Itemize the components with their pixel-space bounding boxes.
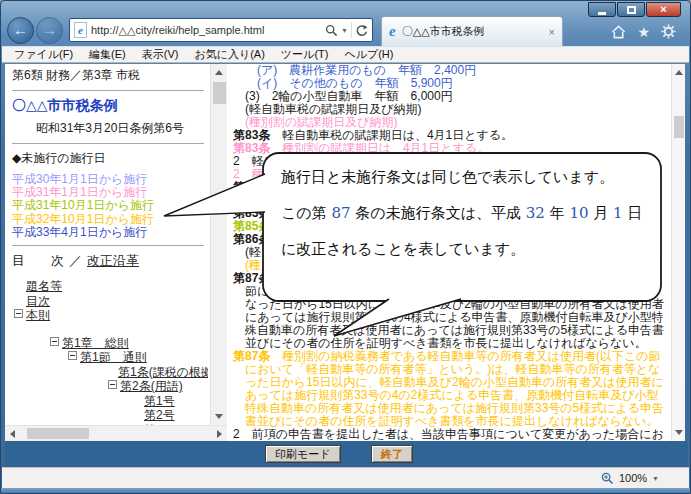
ordinance-title-link[interactable]: 〇△△市市税条例 bbox=[12, 97, 208, 115]
scroll-up-arrow[interactable] bbox=[215, 70, 223, 75]
maximize-button[interactable] bbox=[617, 2, 645, 17]
close-icon: × bbox=[660, 4, 666, 15]
scrollbar-thumb[interactable] bbox=[213, 82, 226, 104]
divider bbox=[12, 143, 204, 144]
sidebar: 第6類 財務／第3章 市税 〇△△市市税条例 昭和31年3月20日条例第6号 ◆… bbox=[5, 64, 208, 425]
menu-bar: ファイル(F) 編集(E) 表示(V) お気に入り(A) ツール(T) ヘルプ(… bbox=[2, 46, 689, 63]
menu-favorites[interactable]: お気に入り(A) bbox=[186, 47, 272, 62]
favorites-star-icon[interactable]: ★ bbox=[637, 25, 650, 39]
browser-action-icons: ★ bbox=[611, 24, 676, 39]
content-line: (イ) その他のもの 年額 5,900円 bbox=[233, 77, 670, 90]
scroll-left-arrow[interactable] bbox=[10, 430, 15, 438]
effective-date: 平成31年10月1日から施行 bbox=[12, 199, 208, 212]
tree-item-article1[interactable]: 第1条(課税の根拠) bbox=[118, 365, 208, 380]
content-line: (種別割の賦課期日及び納期) bbox=[233, 116, 670, 129]
menu-tools[interactable]: ツール(T) bbox=[273, 47, 337, 62]
tree-item-honsoku[interactable]: 本則 bbox=[14, 308, 208, 323]
sidebar-horizontal-scrollbar[interactable] bbox=[5, 425, 227, 441]
callout-line-3: に改正されることを表しています。 bbox=[281, 231, 653, 267]
settings-gear-icon[interactable] bbox=[661, 24, 676, 39]
status-bar: 100% ▼ bbox=[2, 467, 689, 488]
address-bar[interactable]: e http://△△city/reiki/help_sample.html ▼ bbox=[69, 18, 373, 42]
sidebar-vertical-scrollbar[interactable] bbox=[210, 64, 227, 425]
print-mode-button[interactable]: 印刷モード bbox=[265, 445, 341, 463]
tree-item-item1[interactable]: 第1号 bbox=[144, 394, 208, 409]
content-line: (ア) 農耕作業用のもの 年額 2,400円 bbox=[233, 64, 670, 77]
window-controls: × bbox=[588, 2, 681, 17]
zoom-level[interactable]: 100% bbox=[619, 472, 647, 484]
enactment-number: 昭和31年3月20日条例第6号 bbox=[12, 120, 208, 137]
collapse-icon[interactable] bbox=[108, 380, 117, 389]
toc-tree: 題名等 目次 本則 第1章 総則 第1節 通則 第1条(課税の根拠) 第2条(用… bbox=[12, 279, 208, 425]
toc-label: 目 次 bbox=[12, 253, 64, 268]
content-line: (3) 2輪の小型自動車 年額 6,000円 bbox=[233, 90, 670, 103]
content-line: 第83条 軽自動車税の賦課期日は、4月1日とする。 bbox=[233, 129, 670, 142]
effective-date-list: 平成30年1月1日から施行 平成31年1月1日から施行 平成31年10月1日から… bbox=[12, 173, 208, 239]
tree-item-mokuji[interactable]: 目次 bbox=[26, 294, 208, 309]
collapse-icon[interactable] bbox=[14, 309, 23, 318]
search-icon[interactable] bbox=[325, 24, 338, 37]
search-dropdown-icon[interactable]: ▼ bbox=[341, 27, 348, 34]
scrollbar-thumb[interactable] bbox=[674, 116, 684, 138]
divider bbox=[12, 245, 204, 246]
tab-title: 〇△△市市税条例 bbox=[402, 24, 543, 39]
article-87-future: 第87条 種別割の納税義務者である軽自動車等の所有者又は使用者(以下この節におい… bbox=[233, 350, 670, 428]
scroll-up-arrow[interactable] bbox=[675, 70, 683, 75]
scroll-right-arrow[interactable] bbox=[217, 430, 222, 438]
scroll-down-arrow[interactable] bbox=[675, 430, 683, 435]
page-icon: e bbox=[74, 22, 87, 38]
tree-item-daimeito[interactable]: 題名等 bbox=[26, 279, 208, 294]
footer-bar: 印刷モード 終了 bbox=[5, 441, 688, 467]
window-bottom-edge bbox=[1, 488, 690, 494]
article-87-paragraph-2: 2 前項の申告書を提出した者は、当該申告事項について変更があった場合においては、… bbox=[233, 428, 670, 441]
tree-item-chapter1[interactable]: 第1章 総則 bbox=[50, 336, 208, 351]
tree-item-section1[interactable]: 第1節 通則 bbox=[68, 350, 208, 365]
scroll-down-arrow[interactable] bbox=[215, 414, 223, 419]
menu-file[interactable]: ファイル(F) bbox=[6, 47, 81, 62]
callout-line-1: 施行日と未施行条文は同じ色で表示しています。 bbox=[281, 159, 653, 195]
breadcrumb: 第6類 財務／第3章 市税 bbox=[12, 67, 208, 84]
toc-header: 目 次／改正沿革 bbox=[12, 252, 208, 270]
browser-tab[interactable]: e 〇△△市市税条例 × bbox=[381, 16, 563, 46]
refresh-icon[interactable] bbox=[355, 24, 368, 37]
close-button[interactable]: × bbox=[646, 2, 681, 17]
forward-button[interactable]: → bbox=[36, 17, 63, 44]
zoom-dropdown-icon[interactable]: ▼ bbox=[652, 475, 659, 482]
future-effective-heading: ◆未施行の施行日 bbox=[12, 150, 208, 167]
home-icon[interactable] bbox=[611, 25, 626, 39]
exit-button[interactable]: 終了 bbox=[371, 445, 413, 463]
page-area: 第6類 財務／第3章 市税 〇△△市市税条例 昭和31年3月20日条例第6号 ◆… bbox=[5, 64, 685, 441]
maximize-icon bbox=[627, 6, 636, 14]
content-line: (軽自動車税の賦課期日及び納期) bbox=[233, 103, 670, 116]
back-button[interactable]: ← bbox=[7, 17, 34, 44]
toc-separator: ／ bbox=[69, 253, 82, 268]
url-text[interactable]: http://△△city/reiki/help_sample.html bbox=[91, 24, 321, 37]
history-link[interactable]: 改正沿革 bbox=[87, 253, 139, 268]
back-arrow-icon: ← bbox=[13, 21, 28, 38]
tab-close-icon[interactable]: × bbox=[549, 26, 555, 38]
browser-window: × ← → e http://△△city/reiki/help_sample.… bbox=[0, 0, 691, 494]
content-line: 第83条 種別割の賦課期日は、4月1日とする。 bbox=[233, 142, 670, 155]
minimize-icon bbox=[598, 12, 606, 15]
collapse-icon[interactable] bbox=[50, 337, 59, 346]
forward-arrow-icon: → bbox=[42, 21, 57, 38]
minimize-button[interactable] bbox=[588, 2, 616, 17]
zoom-icon bbox=[601, 472, 614, 485]
effective-date: 平成32年10月1日から施行 bbox=[12, 213, 208, 226]
separator bbox=[351, 22, 352, 38]
collapse-icon[interactable] bbox=[68, 351, 77, 360]
ie-logo-icon: e bbox=[389, 24, 396, 39]
tree-item-article2[interactable]: 第2条(用語) bbox=[108, 379, 208, 394]
menu-view[interactable]: 表示(V) bbox=[134, 47, 187, 62]
address-bar-icons: ▼ bbox=[325, 22, 368, 38]
tree-item-item2[interactable]: 第2号 bbox=[144, 408, 208, 423]
callout-text: 施行日と未施行条文は同じ色で表示しています。 この第 87 条の未施行条文は、平… bbox=[281, 159, 653, 267]
divider bbox=[12, 90, 204, 91]
effective-date: 平成33年4月1日から施行 bbox=[12, 226, 208, 239]
article-87-current: 第87条 軽自動車税の納税義務者である軽自動車等の所有者又は使用者(以下本節にお… bbox=[233, 272, 670, 350]
menu-edit[interactable]: 編集(E) bbox=[81, 47, 134, 62]
content-vertical-scrollbar[interactable] bbox=[671, 64, 685, 441]
menu-help[interactable]: ヘルプ(H) bbox=[336, 47, 401, 62]
scrollbar-thumb[interactable] bbox=[27, 428, 89, 439]
callout-line-2: この第 87 条の未施行条文は、平成 32 年 10 月 1 日 bbox=[281, 195, 653, 231]
